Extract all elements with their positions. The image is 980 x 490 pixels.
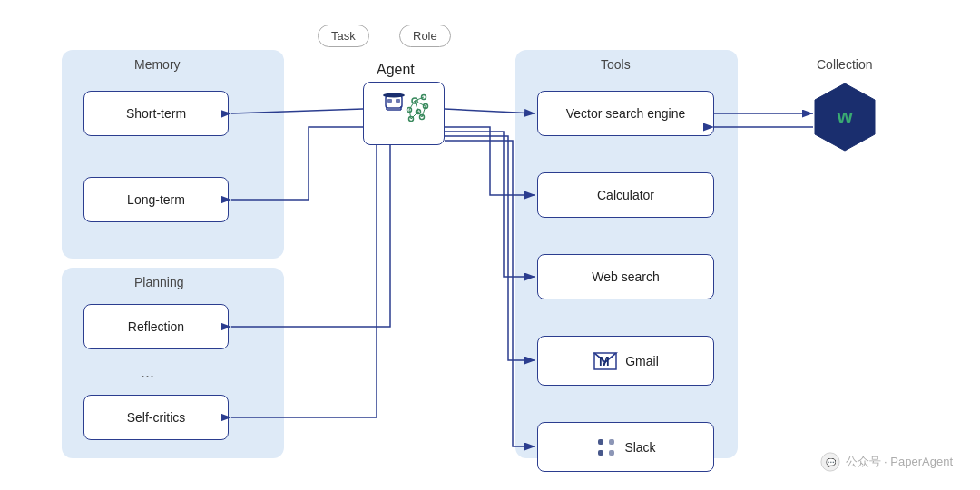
gmail-icon: M xyxy=(593,351,618,371)
svg-rect-24 xyxy=(598,439,603,445)
svg-text:M: M xyxy=(599,354,610,368)
short-term-card: Short-term xyxy=(83,91,229,136)
agent-label: Agent xyxy=(377,62,415,78)
svg-rect-27 xyxy=(609,450,614,456)
svg-rect-25 xyxy=(598,450,603,456)
memory-label: Memory xyxy=(134,57,181,72)
task-pill[interactable]: Task xyxy=(318,24,369,47)
reflection-card: Reflection xyxy=(83,304,229,349)
svg-rect-1 xyxy=(387,99,392,103)
svg-text:w: w xyxy=(836,105,853,128)
planning-label: Planning xyxy=(134,275,184,289)
diagram-container: Memory Planning Tools Collection Task Ro… xyxy=(0,0,980,490)
tools-label: Tools xyxy=(601,57,631,72)
ellipsis-label: ... xyxy=(141,363,154,382)
long-term-card: Long-term xyxy=(83,177,229,222)
web-search-card: Web search xyxy=(537,254,714,299)
collection-hexagon: w xyxy=(813,82,877,156)
collection-label: Collection xyxy=(817,57,872,72)
svg-rect-26 xyxy=(609,439,614,445)
role-pill[interactable]: Role xyxy=(399,24,451,47)
panel-memory xyxy=(62,50,284,259)
slack-card: Slack xyxy=(537,422,714,472)
agent-icon xyxy=(377,93,431,134)
wechat-icon: 💬 xyxy=(820,452,840,472)
vector-search-card: Vector search engine xyxy=(537,91,714,136)
calculator-card: Calculator xyxy=(537,172,714,218)
svg-rect-7 xyxy=(389,93,398,96)
slack-icon xyxy=(595,436,617,458)
watermark: 💬 公众号 · PaperAgent xyxy=(820,452,954,472)
svg-line-20 xyxy=(411,112,418,119)
collection-icon: w xyxy=(813,82,877,152)
svg-text:💬: 💬 xyxy=(825,457,836,468)
svg-rect-2 xyxy=(396,99,400,103)
gmail-card: M Gmail xyxy=(537,336,714,386)
self-critics-card: Self-critics xyxy=(83,395,229,440)
agent-box xyxy=(363,82,445,145)
